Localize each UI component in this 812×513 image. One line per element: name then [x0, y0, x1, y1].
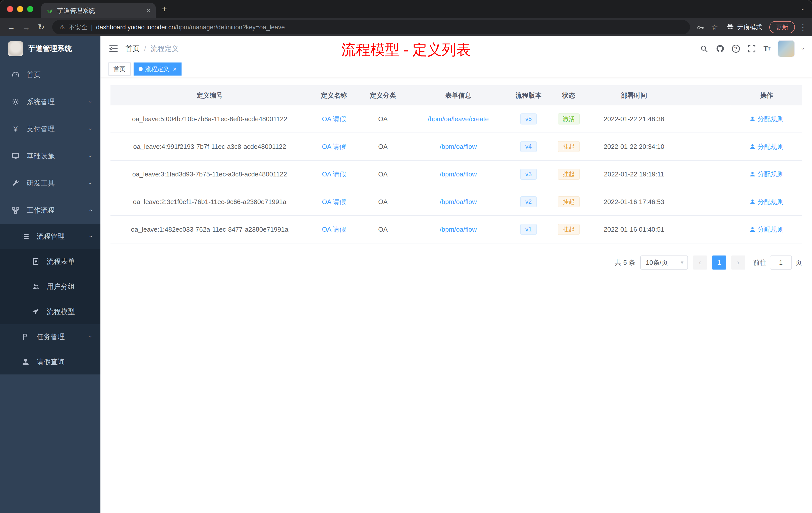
fullscreen-icon[interactable] [748, 44, 756, 53]
security-label: 不安全 [68, 23, 87, 31]
browser-window: 芋道管理系统 × + ⌄ ← → ↻ ⚠ 不安全 | dashboard.yud… [0, 0, 812, 513]
assign-rule-link[interactable]: 分配规则 [750, 198, 784, 206]
sidebar-item-label: 用户分组 [47, 282, 75, 292]
tag-process-definition[interactable]: 流程定义 × [134, 62, 181, 76]
url-text: dashboard.yudao.iocoder.cn/bpm/manager/d… [96, 24, 285, 31]
form-link[interactable]: /bpm/oa/leave/create [428, 115, 489, 123]
close-window-button[interactable] [7, 6, 13, 12]
address-bar[interactable]: ⚠ 不安全 | dashboard.yudao.iocoder.cn/bpm/m… [52, 20, 690, 34]
sidebar-item-label: 流程表单 [47, 257, 75, 266]
incognito-icon [726, 23, 734, 31]
github-icon[interactable] [716, 44, 724, 53]
chevron-down-icon: ▾ [681, 259, 684, 266]
sidebar: 芋道管理系统 首页 系统管理 › ¥ 支付管理 › [0, 36, 100, 513]
close-icon[interactable]: × [146, 7, 151, 14]
prev-page-button[interactable]: ‹ [693, 255, 707, 270]
sidebar-item-leave-query[interactable]: 请假查询 [0, 350, 100, 374]
list-icon [21, 232, 30, 241]
column-header: 操作 [731, 85, 802, 105]
sidebar-item-label: 流程模型 [47, 307, 75, 316]
cell-definition-id: oa_leave:1:482ec033-762a-11ec-8477-a2380… [111, 225, 309, 233]
sidebar-item-process-management[interactable]: 流程管理 › [0, 224, 100, 249]
star-icon[interactable]: ☆ [708, 21, 721, 34]
back-button[interactable]: ← [4, 20, 18, 34]
sidebar-item-dev-tools[interactable]: 研发工具 › [0, 170, 100, 197]
assign-rule-link[interactable]: 分配规则 [750, 225, 784, 234]
page-content: 定义编号 定义名称 定义分类 表单信息 流程版本 状态 部署时间 操作 oa_l… [100, 77, 812, 513]
form-link[interactable]: /bpm/oa/flow [440, 143, 476, 151]
assign-rule-link[interactable]: 分配规则 [750, 170, 784, 179]
definition-name-link[interactable]: OA 请假 [322, 115, 346, 123]
next-page-button[interactable]: › [731, 255, 745, 270]
new-tab-button[interactable]: + [162, 4, 167, 14]
form-link[interactable]: /bpm/oa/flow [440, 171, 476, 178]
hamburger-icon[interactable] [109, 44, 118, 54]
page-unit-label: 页 [795, 258, 802, 267]
breadcrumb: 首页 / 流程定义 [125, 44, 179, 54]
cell-deploy-time: 2022-01-16 01:40:51 [590, 225, 678, 233]
forward-button[interactable]: → [19, 20, 33, 34]
cell-category: OA [359, 225, 407, 233]
definition-name-link[interactable]: OA 请假 [322, 198, 346, 206]
chevron-up-icon: › [87, 235, 94, 237]
avatar[interactable] [778, 40, 795, 57]
tab-title: 芋道管理系统 [57, 6, 142, 15]
definition-name-link[interactable]: OA 请假 [322, 142, 346, 151]
goto-page-input[interactable] [770, 255, 792, 270]
table-row: oa_leave:5:004b710b-7b8a-11ec-8ef0-acde4… [111, 105, 802, 133]
reload-button[interactable]: ↻ [34, 20, 48, 34]
status-badge: 挂起 [558, 224, 580, 235]
sidebar-item-payment[interactable]: ¥ 支付管理 › [0, 116, 100, 143]
search-icon[interactable] [700, 44, 708, 53]
update-button[interactable]: 更新 [769, 21, 795, 33]
cell-definition-id: oa_leave:4:991f2193-7b7f-11ec-a3c8-acde4… [111, 143, 309, 151]
sidebar-item-task-management[interactable]: 任务管理 › [0, 324, 100, 350]
column-header: 表单信息 [407, 91, 510, 100]
definition-name-link[interactable]: OA 请假 [322, 170, 346, 179]
key-icon[interactable] [694, 21, 707, 34]
zoom-window-button[interactable] [27, 6, 33, 12]
assign-rule-link[interactable]: 分配规则 [750, 115, 784, 123]
help-icon[interactable]: ? [732, 45, 740, 53]
chevron-down-icon[interactable]: ⌄ [801, 5, 805, 11]
url-host: dashboard.yudao.iocoder.cn [96, 24, 175, 31]
sidebar-item-process-form[interactable]: 流程表单 [0, 249, 100, 274]
tab-strip: 芋道管理系统 × + ⌄ [0, 0, 812, 18]
sidebar-item-user-group[interactable]: 用户分组 [0, 274, 100, 299]
form-link[interactable]: /bpm/oa/flow [440, 225, 476, 233]
cell-category: OA [359, 143, 407, 151]
sidebar-item-system[interactable]: 系统管理 › [0, 88, 100, 116]
form-link[interactable]: /bpm/oa/flow [440, 198, 476, 206]
sidebar-item-label: 任务管理 [37, 332, 65, 341]
sidebar-item-workflow[interactable]: 工作流程 › [0, 197, 100, 224]
browser-tab[interactable]: 芋道管理系统 × [41, 3, 156, 18]
kebab-menu-icon[interactable]: ⋮ [798, 23, 808, 32]
version-badge: v2 [520, 196, 536, 207]
minimize-window-button[interactable] [17, 6, 23, 12]
main-area: 首页 / 流程定义 ? TT › 首页 流程定义 [100, 36, 812, 513]
close-icon[interactable]: × [173, 66, 176, 72]
breadcrumb-home-link[interactable]: 首页 [125, 44, 140, 54]
sidebar-item-home[interactable]: 首页 [0, 61, 100, 88]
version-badge: v1 [520, 224, 536, 235]
status-badge: 挂起 [558, 169, 580, 180]
assign-rule-label: 分配规则 [757, 170, 784, 179]
page-size-select[interactable]: 10条/页 ▾ [640, 255, 688, 270]
caret-down-icon[interactable]: › [800, 48, 806, 50]
tag-home[interactable]: 首页 [109, 62, 130, 76]
status-badge: 激活 [558, 114, 580, 124]
sidebar-item-process-model[interactable]: 流程模型 [0, 299, 100, 324]
assign-rule-link[interactable]: 分配规则 [750, 142, 784, 151]
definition-name-link[interactable]: OA 请假 [322, 225, 346, 234]
font-size-icon[interactable]: TT [763, 44, 770, 53]
separator: | [91, 24, 93, 31]
user-icon [750, 144, 755, 150]
process-management-submenu: 流程表单 用户分组 流程模型 [0, 249, 100, 324]
page-1-button[interactable]: 1 [712, 255, 726, 270]
table-row: oa_leave:1:482ec033-762a-11ec-8477-a2380… [111, 216, 802, 243]
sidebar-item-infrastructure[interactable]: 基础设施 › [0, 143, 100, 170]
traffic-lights [7, 6, 33, 12]
assign-rule-label: 分配规则 [757, 115, 784, 123]
flag-icon [21, 332, 30, 341]
definition-table: 定义编号 定义名称 定义分类 表单信息 流程版本 状态 部署时间 操作 oa_l… [111, 85, 802, 243]
